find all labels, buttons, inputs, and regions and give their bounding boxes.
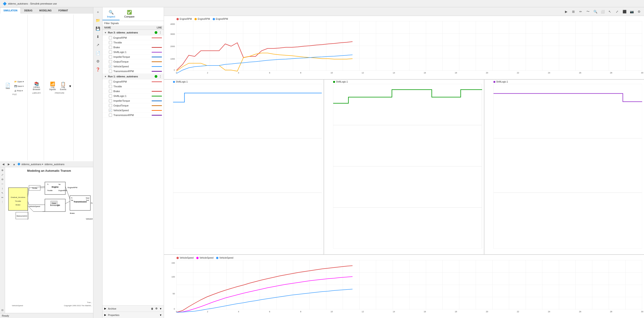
rect-btn[interactable]: ⬜: [599, 8, 606, 15]
signal-checkbox[interactable]: ✓: [109, 65, 112, 68]
zoom-in-btn[interactable]: ⊕: [0, 168, 4, 172]
run-header-run1[interactable]: ▼ Run 1: sldemo_autotrans ⋮: [102, 74, 164, 79]
annotate-btn[interactable]: ✏: [0, 195, 4, 200]
ribbon-group-prepare: 📶 Log Signals 📋 Log Events ▾ PREPARE: [46, 14, 74, 160]
run-header-run3[interactable]: ▼ Run 3: sldemo_autotrans ⋮: [102, 30, 164, 35]
save-dropdown[interactable]: ▾: [22, 85, 24, 87]
archive-collapse-icon[interactable]: ▼: [160, 307, 162, 310]
archive-bar[interactable]: ▶ Archive 🗑 ⚙ ▼: [102, 305, 164, 312]
signal-row[interactable]: ✓VehicleSpeed: [102, 108, 164, 113]
play-btn[interactable]: ▶: [563, 8, 569, 15]
prepare-more-btn[interactable]: ▾: [69, 83, 72, 89]
signal-row[interactable]: EngineRPM: [102, 79, 164, 84]
tab-simulation[interactable]: SIMULATION: [0, 7, 21, 14]
svg-text:Nout: Nout: [86, 197, 89, 199]
archive-expand[interactable]: ▶: [104, 307, 106, 310]
scroll-v-btn[interactable]: ↕: [0, 186, 4, 190]
zoom-out-btn[interactable]: ⊖: [0, 177, 4, 181]
tab-inspect[interactable]: 🔍 Inspect: [102, 8, 120, 20]
open-dropdown[interactable]: ▾: [23, 80, 24, 83]
signal-checkbox[interactable]: [109, 113, 112, 117]
log-signals-button[interactable]: 📶 Log Signals: [48, 81, 58, 91]
save-button[interactable]: 💾 Save ▾: [13, 84, 26, 88]
screenshot-btn[interactable]: 📷: [628, 8, 635, 15]
scroll-h-btn[interactable]: ↔: [0, 182, 4, 186]
grid-btn[interactable]: ⊞: [570, 8, 576, 15]
zoom-btn[interactable]: 🔍: [592, 8, 598, 15]
more-btn[interactable]: ⋮: [0, 200, 4, 204]
print-button[interactable]: 🖨 Print ▾: [13, 89, 26, 93]
properties-expand[interactable]: ▶: [104, 314, 106, 317]
tab-compare[interactable]: ✅ Compare: [120, 8, 139, 20]
signal-checkbox[interactable]: [109, 99, 112, 102]
signal-checkbox[interactable]: [109, 36, 112, 39]
run-menu[interactable]: ⋮: [159, 31, 162, 34]
tab-debug[interactable]: DEBUG: [21, 7, 36, 14]
properties-bar[interactable]: ▶ Properties ▼: [102, 312, 164, 318]
cursor-btn[interactable]: ↖: [607, 8, 613, 15]
signal-row[interactable]: Throttle: [102, 40, 164, 45]
fit-btn[interactable]: ⤢: [0, 173, 4, 177]
archive-settings-icon[interactable]: ⚙: [155, 307, 158, 310]
signal-row[interactable]: EngineRPM: [102, 35, 164, 40]
signal-checkbox[interactable]: [109, 80, 112, 83]
signal-table[interactable]: ▼ Run 3: sldemo_autotrans ⋮ EngineRPMThr…: [102, 30, 164, 305]
signal-checkbox[interactable]: ✓: [109, 109, 112, 112]
plus-btn[interactable]: ＋: [94, 8, 102, 16]
vehicle-speed-svg: 0 50 100 150 0 2 4 6 8 10 12 14 16 18 20: [176, 260, 642, 310]
save-side-btn[interactable]: 💾: [94, 24, 102, 32]
signal-checkbox[interactable]: [109, 94, 112, 98]
signal-row[interactable]: ImpellerTorque: [102, 98, 164, 103]
run-menu[interactable]: ⋮: [159, 75, 162, 78]
signal-checkbox[interactable]: [109, 46, 112, 49]
tab-format[interactable]: FORMAT: [55, 7, 72, 14]
signal-row[interactable]: TransmissionRPM: [102, 69, 164, 74]
signal-row[interactable]: ✓VehicleSpeed: [102, 64, 164, 69]
signal-row[interactable]: OutputTorque: [102, 103, 164, 108]
forward-button[interactable]: ▶: [6, 162, 11, 167]
up-button[interactable]: ▲: [12, 162, 16, 167]
expand-btn[interactable]: ⤢: [614, 8, 620, 15]
properties-collapse-icon[interactable]: ▼: [160, 314, 162, 317]
signal-checkbox[interactable]: [109, 90, 112, 93]
open-button[interactable]: 📂 Open ▾: [13, 80, 26, 84]
print-dropdown[interactable]: ▾: [22, 90, 23, 92]
back-button[interactable]: ◀: [1, 162, 6, 167]
signal-row[interactable]: Brake: [102, 45, 164, 50]
svg-text:6: 6: [269, 311, 270, 313]
share-btn[interactable]: ↗: [94, 41, 102, 49]
log-events-button[interactable]: 📋 Log Events: [58, 81, 68, 91]
settings-side-btn[interactable]: ⚙: [94, 57, 102, 65]
wave-btn[interactable]: 〜: [585, 8, 591, 15]
library-browser-button[interactable]: 📚 Library Browser: [31, 81, 42, 91]
folder-btn[interactable]: 📁: [94, 16, 102, 24]
settings-chart-btn[interactable]: ⚙: [636, 8, 642, 15]
signal-row[interactable]: TransmissionRPM: [102, 113, 164, 118]
signal-row[interactable]: ShiftLogic:1: [102, 94, 164, 98]
signal-row[interactable]: OutputTorque: [102, 59, 164, 64]
help-btn[interactable]: ❓: [94, 65, 102, 73]
signal-checkbox[interactable]: [109, 85, 112, 88]
new-button[interactable]: 📄 New: [4, 82, 12, 90]
select-btn[interactable]: ↖: [0, 191, 4, 195]
signal-row[interactable]: ShiftLogic:1: [102, 50, 164, 55]
document-btn[interactable]: 📄: [94, 49, 102, 57]
download-btn[interactable]: ⬇: [94, 33, 102, 40]
col-name-header: NAME: [104, 26, 150, 29]
signal-checkbox[interactable]: [109, 41, 112, 44]
signal-checkbox[interactable]: [109, 50, 112, 54]
navigator-btn[interactable]: ⊟: [0, 308, 4, 312]
signal-checkbox[interactable]: [109, 104, 112, 107]
tab-modeling[interactable]: MODELING: [36, 7, 55, 14]
signal-row[interactable]: Brake: [102, 89, 164, 94]
signal-checkbox[interactable]: [109, 60, 112, 63]
signal-row[interactable]: Throttle: [102, 84, 164, 89]
archive-delete-icon[interactable]: 🗑: [151, 307, 154, 310]
svg-rect-40: [176, 21, 642, 71]
svg-text:16: 16: [424, 311, 426, 313]
signal-checkbox[interactable]: [109, 70, 112, 73]
signal-row[interactable]: ImpellerTorque: [102, 55, 164, 59]
signal-checkbox[interactable]: [109, 55, 112, 58]
square-btn[interactable]: ⬛: [621, 8, 628, 15]
edit-btn[interactable]: ✏: [578, 8, 584, 15]
